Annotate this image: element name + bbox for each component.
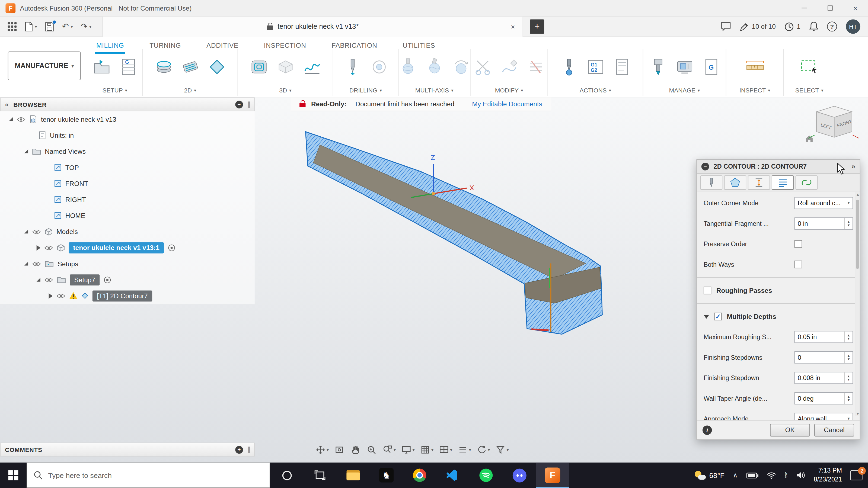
- tree-label-2d-contour7[interactable]: [T1] 2D Contour7: [93, 290, 152, 301]
- battery-icon[interactable]: [746, 472, 758, 478]
- 2d-pocket-button[interactable]: [151, 53, 176, 81]
- info-icon[interactable]: i: [703, 425, 712, 434]
- cortana-button[interactable]: [270, 462, 303, 488]
- help-button[interactable]: ?: [827, 22, 837, 32]
- tree-label[interactable]: Named Views: [45, 148, 86, 155]
- new-setup-button[interactable]: [90, 53, 114, 81]
- weather-widget[interactable]: 68°F: [695, 471, 724, 480]
- spin-up-icon[interactable]: ▲: [847, 220, 850, 223]
- task-view-button[interactable]: [303, 462, 336, 488]
- eye-icon[interactable]: [44, 277, 53, 282]
- dialog-collapse-icon[interactable]: −: [702, 163, 709, 170]
- expander-open-icon[interactable]: [9, 118, 13, 121]
- tree-label-selected[interactable]: tenor ukulele neck v1 v13:1: [69, 242, 164, 253]
- spin-down-icon[interactable]: ▼: [847, 357, 850, 360]
- setup-sheet-action-button[interactable]: [610, 53, 634, 81]
- zoom-window-tool[interactable]: ▾: [380, 444, 397, 455]
- close-document-icon[interactable]: ×: [511, 23, 515, 31]
- tree-item-view-right[interactable]: RIGHT: [0, 191, 255, 207]
- stepper-arrows[interactable]: ▲▼: [844, 218, 852, 229]
- new-document-tab-button[interactable]: +: [530, 19, 544, 34]
- view-cube[interactable]: LEFT FRONT: [804, 104, 863, 155]
- eye-icon[interactable]: [44, 245, 53, 250]
- group-label-2d[interactable]: 2D▾: [184, 85, 196, 96]
- 3d-pocket-button[interactable]: [273, 53, 298, 81]
- generate-gcode-button[interactable]: G1G2: [583, 53, 608, 81]
- volume-icon[interactable]: [796, 471, 805, 479]
- setup-sheet-button[interactable]: G: [116, 53, 141, 81]
- group-label-select[interactable]: SELECT▾: [795, 85, 824, 96]
- group-label-modify[interactable]: MODIFY▾: [495, 85, 523, 96]
- fusion-360-taskbar-button[interactable]: F: [536, 462, 569, 488]
- minimize-button[interactable]: [792, 0, 817, 16]
- eye-icon[interactable]: [32, 261, 41, 266]
- expander-open-icon[interactable]: [24, 150, 28, 153]
- taskbar-clock[interactable]: 7:13 PM 8/23/2021: [814, 466, 842, 484]
- outer-corner-mode-select[interactable]: Roll around c... ▾: [795, 197, 853, 209]
- filter-tool[interactable]: ▾: [493, 444, 510, 455]
- stepper-arrows[interactable]: ▲▼: [844, 372, 852, 383]
- rotary-button[interactable]: [448, 53, 473, 81]
- start-button[interactable]: [0, 462, 27, 488]
- scroll-up-icon[interactable]: ▲: [855, 193, 860, 196]
- section-expander-icon[interactable]: [704, 315, 709, 318]
- comments-header[interactable]: COMMENTS + ∥: [0, 443, 255, 457]
- spin-down-icon[interactable]: ▼: [847, 337, 850, 340]
- save-button[interactable]: [45, 22, 54, 31]
- multi-axis-contour-button[interactable]: [422, 53, 446, 81]
- group-label-actions[interactable]: ACTIONS▾: [580, 85, 611, 96]
- viewports-settings[interactable]: ▾: [437, 444, 454, 455]
- measure-button[interactable]: [743, 53, 767, 81]
- wifi-icon[interactable]: [767, 472, 776, 479]
- spin-down-icon[interactable]: ▼: [847, 378, 850, 381]
- 3d-viewport[interactable]: Z X LEFT FRONT Read-Only: Document limit…: [0, 97, 868, 462]
- pan-tool[interactable]: [348, 444, 363, 455]
- cancel-button[interactable]: Cancel: [814, 423, 854, 436]
- collapse-panel-icon[interactable]: «: [5, 100, 9, 108]
- tree-label[interactable]: HOME: [65, 212, 85, 220]
- circular-milling-button[interactable]: [367, 53, 391, 81]
- stepper-arrows[interactable]: ▲▼: [844, 393, 852, 404]
- tab-tool[interactable]: [701, 175, 723, 190]
- tree-label[interactable]: RIGHT: [65, 195, 86, 203]
- bluetooth-icon[interactable]: ᛒ: [784, 471, 788, 479]
- select-button[interactable]: [797, 53, 822, 81]
- tree-item-setups[interactable]: Setups: [0, 256, 255, 272]
- browser-header[interactable]: « BROWSER − ∥: [0, 97, 255, 111]
- document-tab[interactable]: tenor ukulele neck v1 v13* ×: [102, 16, 523, 37]
- dark-app-button[interactable]: ♞: [370, 462, 403, 488]
- expander-open-icon[interactable]: [24, 230, 28, 233]
- display-settings[interactable]: ▾: [399, 444, 416, 455]
- refresh-tool[interactable]: ▾: [474, 444, 492, 455]
- delete-passes-button[interactable]: [524, 53, 548, 81]
- tree-item-2d-contour7[interactable]: [T1] 2D Contour7: [0, 288, 255, 304]
- maximum-roughing-stepdown-input[interactable]: 0.05 in ▲▼: [795, 330, 853, 343]
- eye-icon[interactable]: [56, 293, 65, 298]
- tree-label[interactable]: FRONT: [65, 180, 88, 187]
- swarf-button[interactable]: [396, 53, 420, 81]
- stepper-arrows[interactable]: ▲▼: [844, 331, 852, 342]
- file-explorer-button[interactable]: [337, 462, 370, 488]
- ok-button[interactable]: OK: [770, 423, 810, 436]
- tree-item-view-front[interactable]: FRONT: [0, 175, 255, 191]
- spin-up-icon[interactable]: ▲: [847, 333, 850, 337]
- activate-target-icon[interactable]: [168, 244, 176, 252]
- tree-item-model-instance[interactable]: tenor ukulele neck v1 v13:1: [0, 240, 255, 256]
- notification-center-button[interactable]: 2: [850, 470, 863, 480]
- 3d-contour-button[interactable]: [300, 53, 324, 81]
- expander-closed-icon[interactable]: [37, 245, 40, 250]
- multiple-depths-checkbox[interactable]: ✓: [714, 313, 722, 321]
- expander-closed-icon[interactable]: [49, 293, 53, 298]
- tab-linking[interactable]: [796, 175, 818, 190]
- dialog-titlebar[interactable]: − 2D CONTOUR : 2D CONTOUR7 »: [697, 160, 860, 174]
- tab-geometry[interactable]: [724, 175, 746, 190]
- editable-documents-link[interactable]: My Editable Documents: [472, 100, 542, 108]
- grid-snap-settings[interactable]: ▾: [418, 444, 435, 455]
- tree-item-setup7[interactable]: Setup7: [0, 272, 255, 288]
- job-status-button[interactable]: 10 of 10: [739, 22, 775, 31]
- stepper-arrows[interactable]: ▲▼: [844, 352, 852, 363]
- group-label-drilling[interactable]: DRILLING▾: [349, 85, 382, 96]
- vscode-button[interactable]: [436, 462, 469, 488]
- panel-grip[interactable]: ∥: [247, 446, 251, 453]
- both-ways-checkbox[interactable]: ✓: [795, 260, 802, 268]
